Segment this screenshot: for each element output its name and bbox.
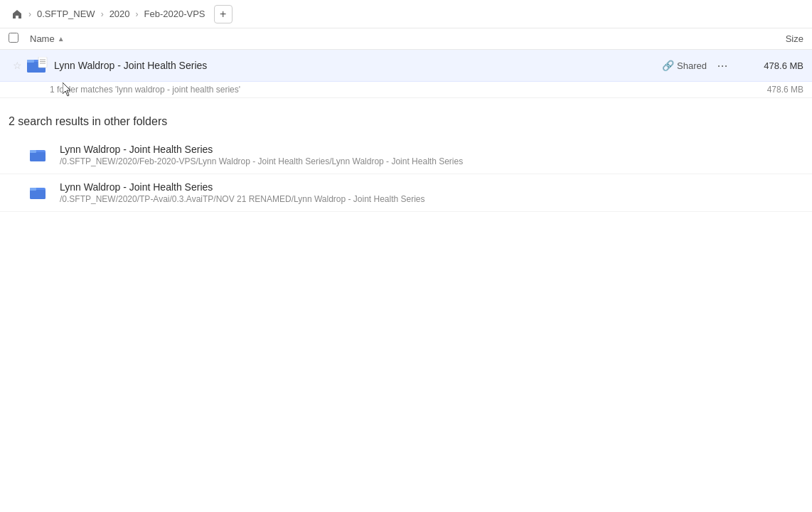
link-icon: 🔗 (662, 60, 674, 71)
svg-rect-11 (30, 190, 46, 199)
breadcrumb-bar: › 0.SFTP_NEW › 2020 › Feb-2020-VPS + (0, 0, 812, 28)
breadcrumb-item-1[interactable]: 2020 (107, 7, 133, 21)
name-column-header[interactable]: Name ▲ (30, 33, 732, 44)
svg-rect-9 (30, 150, 36, 153)
breadcrumb-sep-2: › (101, 9, 104, 19)
other-folders-section-header: 2 search results in other folders (0, 98, 812, 137)
other-result-row-0[interactable]: Lynn Waldrop - Joint Health Series /0.SF… (0, 137, 812, 174)
folder-icon-container (26, 57, 50, 74)
folder-icon (30, 186, 47, 200)
star-icon[interactable]: ☆ (9, 60, 26, 71)
add-breadcrumb-button[interactable]: + (214, 5, 233, 23)
row-actions: 🔗 Shared ··· (662, 55, 732, 75)
svg-rect-2 (27, 60, 34, 63)
sort-arrow-icon: ▲ (58, 35, 65, 43)
breadcrumb-sep-3: › (136, 9, 139, 19)
primary-size: 478.6 MB (732, 60, 803, 71)
other-folder-icon-0 (30, 148, 54, 162)
folder-icon (30, 148, 47, 162)
other-folder-icon-1 (30, 186, 54, 200)
other-result-path-1: /0.SFTP_NEW/2020/TP-Avai/0.3.AvaiTP/NOV … (60, 194, 803, 204)
match-count-text: 1 folder matches 'lynn waldrop - joint h… (50, 85, 240, 95)
other-result-path-0: /0.SFTP_NEW/2020/Feb-2020-VPS/Lynn Waldr… (60, 156, 803, 166)
other-result-name-1: Lynn Waldrop - Joint Health Series (60, 181, 803, 193)
match-count-size: 478.6 MB (767, 85, 803, 95)
other-result-name-0: Lynn Waldrop - Joint Health Series (60, 144, 803, 155)
home-icon[interactable] (9, 6, 26, 23)
svg-rect-8 (30, 152, 46, 161)
more-options-button[interactable]: ··· (712, 55, 732, 75)
shared-folder-icon (27, 57, 48, 74)
primary-result-row[interactable]: ☆ Lynn Waldrop - Joint Health Series 🔗 S… (0, 50, 812, 82)
size-column-header: Size (732, 33, 803, 44)
shared-badge: 🔗 Shared (662, 60, 707, 71)
breadcrumb-item-2[interactable]: Feb-2020-VPS (141, 7, 208, 21)
column-header-row: Name ▲ Size (0, 28, 812, 50)
primary-folder-name: Lynn Waldrop - Joint Health Series (54, 60, 207, 71)
shared-label: Shared (677, 60, 707, 71)
svg-rect-3 (38, 57, 47, 68)
other-result-row-1[interactable]: Lynn Waldrop - Joint Health Series /0.SF… (0, 174, 812, 212)
select-all-checkbox[interactable] (9, 33, 18, 43)
match-count-row: 1 folder matches 'lynn waldrop - joint h… (0, 82, 812, 98)
other-result-info-1: Lynn Waldrop - Joint Health Series /0.SF… (54, 181, 803, 204)
other-result-info-0: Lynn Waldrop - Joint Health Series /0.SF… (54, 144, 803, 166)
primary-folder-name-cell: Lynn Waldrop - Joint Health Series (50, 60, 662, 71)
select-all-checkbox-container[interactable] (9, 33, 30, 45)
svg-rect-12 (30, 188, 36, 191)
breadcrumb-item-0[interactable]: 0.SFTP_NEW (34, 7, 98, 21)
breadcrumb-sep-1: › (28, 9, 31, 19)
